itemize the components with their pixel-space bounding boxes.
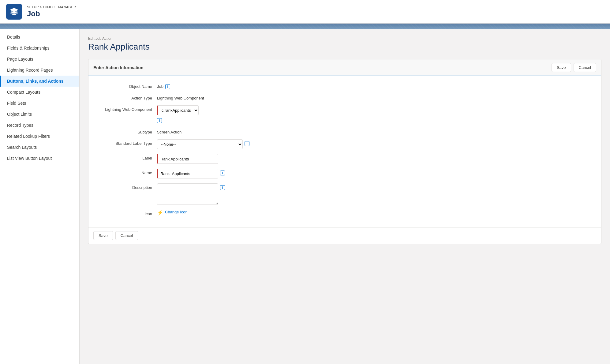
object-name-info-icon[interactable]: i <box>165 84 170 89</box>
field-row-subtype: Subtype Screen Action <box>88 128 601 134</box>
object-name-value: Job <box>157 82 163 89</box>
description-textarea[interactable] <box>157 183 218 205</box>
cancel-button-bottom[interactable]: Cancel <box>115 231 138 240</box>
sidebar-item-object-limits[interactable]: Object Limits <box>0 109 79 120</box>
sidebar-item-list-view-button-layout[interactable]: List View Button Layout <box>0 153 79 164</box>
label-label: Label <box>96 154 157 160</box>
change-icon-label: Change Icon <box>165 210 188 214</box>
field-row-action-type: Action Type Lightning Web Component <box>88 94 601 100</box>
action-type-value: Lightning Web Component <box>157 94 204 100</box>
name-label: Name <box>96 169 157 175</box>
lwc-info-icon[interactable]: i <box>157 118 162 123</box>
standard-label-type-select[interactable]: --None-- <box>157 139 243 149</box>
sidebar-item-field-sets[interactable]: Field Sets <box>0 98 79 109</box>
standard-label-info-icon[interactable]: i <box>245 141 249 146</box>
svg-rect-2 <box>11 12 18 13</box>
name-input[interactable] <box>157 169 218 178</box>
sidebar-item-record-types[interactable]: Record Types <box>0 120 79 131</box>
header-text-block: SETUP > OBJECT MANAGER Job <box>27 5 76 18</box>
standard-label-type-label: Standard Label Type <box>96 139 157 146</box>
save-button-bottom[interactable]: Save <box>93 231 113 240</box>
name-value-group: i <box>157 169 594 178</box>
form-card: Enter Action Information Save Cancel Obj… <box>88 59 601 244</box>
label-value-group <box>157 154 594 164</box>
svg-rect-1 <box>11 10 18 12</box>
page-subtitle: Edit Job Action <box>88 36 601 41</box>
lwc-value-group: c:rankApplicants i <box>157 105 594 123</box>
page-header: SETUP > OBJECT MANAGER Job <box>0 0 610 24</box>
action-type-value-group: Lightning Web Component <box>157 94 594 100</box>
icon-value-group: ⚡ Change Icon <box>157 210 594 216</box>
lightning-bolt-icon: ⚡ <box>157 210 163 216</box>
form-section-title: Enter Action Information <box>93 65 144 70</box>
page-title: Rank Applicants <box>88 42 601 52</box>
header-title: Job <box>27 9 76 18</box>
description-label: Description <box>96 183 157 190</box>
lwc-label: Lightning Web Component <box>96 105 157 112</box>
layers-icon <box>9 7 19 16</box>
breadcrumb: SETUP > OBJECT MANAGER <box>27 5 76 9</box>
sidebar-item-page-layouts[interactable]: Page Layouts <box>0 54 79 65</box>
field-row-standard-label-type: Standard Label Type --None-- i <box>88 139 601 149</box>
breadcrumb-setup[interactable]: SETUP <box>27 5 39 9</box>
sidebar-item-search-layouts[interactable]: Search Layouts <box>0 142 79 153</box>
subtype-value: Screen Action <box>157 128 182 134</box>
lwc-select[interactable]: c:rankApplicants <box>157 105 199 115</box>
sidebar-item-fields-relationships[interactable]: Fields & Relationships <box>0 43 79 54</box>
object-name-value-group: Job i <box>157 82 594 89</box>
standard-label-type-value-group: --None-- i <box>157 139 594 149</box>
decorative-band <box>0 24 610 29</box>
name-info-icon[interactable]: i <box>220 171 225 175</box>
form-card-header: Enter Action Information Save Cancel <box>88 59 601 76</box>
icon-label: Icon <box>96 210 157 216</box>
header-btn-group: Save Cancel <box>552 63 596 72</box>
save-button-top[interactable]: Save <box>552 63 571 72</box>
main-layout: Details Fields & Relationships Page Layo… <box>0 29 610 364</box>
label-input[interactable] <box>157 154 218 164</box>
subtype-label: Subtype <box>96 128 157 134</box>
cancel-button-top[interactable]: Cancel <box>574 63 596 72</box>
svg-rect-0 <box>11 9 18 10</box>
description-value-group: i <box>157 183 594 205</box>
sidebar: Details Fields & Relationships Page Layo… <box>0 29 80 364</box>
sidebar-item-lightning-record-pages[interactable]: Lightning Record Pages <box>0 65 79 76</box>
sidebar-item-details[interactable]: Details <box>0 32 79 43</box>
field-row-icon: Icon ⚡ Change Icon <box>88 210 601 216</box>
field-row-object-name: Object Name Job i <box>88 82 601 89</box>
field-row-name: Name i <box>88 169 601 178</box>
breadcrumb-sep: > <box>40 5 43 9</box>
main-content: Edit Job Action Rank Applicants Enter Ac… <box>80 29 610 364</box>
sidebar-item-related-lookup-filters[interactable]: Related Lookup Filters <box>0 131 79 142</box>
field-row-description: Description i <box>88 183 601 205</box>
subtype-value-group: Screen Action <box>157 128 594 134</box>
object-name-label: Object Name <box>96 82 157 89</box>
lwc-controls: c:rankApplicants i <box>157 105 199 123</box>
form-footer: Save Cancel <box>88 227 601 244</box>
action-type-label: Action Type <box>96 94 157 100</box>
app-icon <box>6 4 22 20</box>
sidebar-item-buttons-links-actions[interactable]: Buttons, Links, and Actions <box>0 76 79 87</box>
lwc-info-row: i <box>157 116 199 123</box>
field-row-label: Label <box>88 154 601 164</box>
change-icon-link[interactable]: Change Icon <box>165 210 188 214</box>
field-row-lwc: Lightning Web Component c:rankApplicants… <box>88 105 601 123</box>
form-body: Object Name Job i Action Type Lightning … <box>88 76 601 227</box>
breadcrumb-object-manager[interactable]: OBJECT MANAGER <box>43 5 76 9</box>
description-info-icon[interactable]: i <box>220 185 225 190</box>
sidebar-item-compact-layouts[interactable]: Compact Layouts <box>0 87 79 98</box>
